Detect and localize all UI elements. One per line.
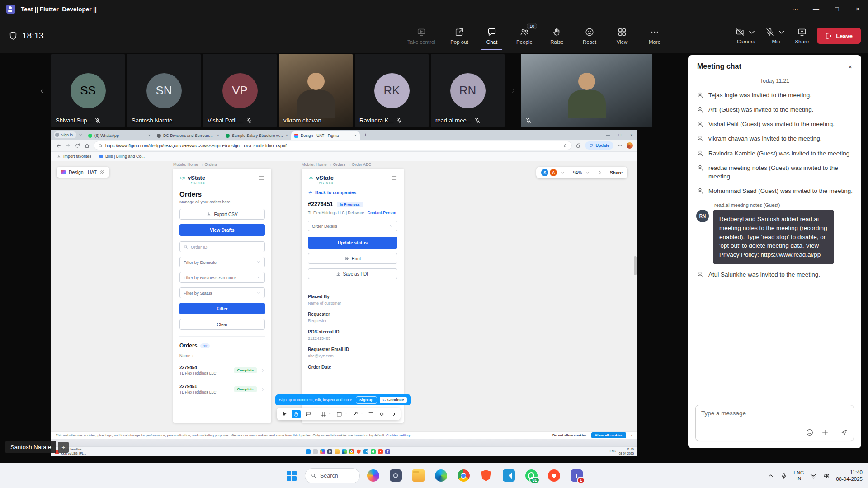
play-icon[interactable] — [598, 170, 602, 175]
figma-share-button[interactable]: Share — [610, 170, 623, 175]
toolbar-tab-view[interactable]: View — [606, 18, 638, 53]
toolbar-tab-people[interactable]: People10 — [508, 18, 541, 53]
cookie-settings-link[interactable]: Cookies settings — [386, 433, 411, 437]
toolbar-mic-button[interactable]: Mic — [765, 27, 787, 44]
zoom-in-button[interactable]: + — [58, 442, 69, 453]
zoom-level[interactable]: 94% — [573, 170, 582, 175]
figma-tool-cursor[interactable] — [281, 411, 288, 418]
order-details-select[interactable]: Order Details — [308, 221, 397, 231]
participant-tile[interactable]: SNSantosh Narate — [127, 54, 201, 127]
emoji-icon[interactable] — [806, 428, 814, 436]
taskbar-clock[interactable]: 11:40 08-04-2025 — [836, 469, 863, 483]
participants-scroll-left-button[interactable] — [35, 54, 49, 127]
url-bar[interactable]: https://www.figma.com/design/9BKQ0FOHRWa… — [94, 141, 572, 150]
figma-tool-hand[interactable] — [292, 410, 301, 418]
collaborator-avatar[interactable]: S — [541, 169, 548, 176]
browser-close-icon[interactable]: × — [626, 130, 637, 140]
order-row[interactable]: 2279451TL Flex Holdings LLCComplete — [179, 380, 265, 399]
taskbar-app-vscode[interactable] — [499, 466, 518, 485]
message-input[interactable]: Type a message — [695, 405, 854, 441]
figma-tool-shape[interactable] — [336, 411, 343, 418]
participants-scroll-right-button[interactable] — [507, 54, 519, 127]
view-drafts-button[interactable]: View Drafts — [179, 224, 265, 236]
forward-icon[interactable] — [65, 143, 71, 149]
send-icon[interactable] — [840, 428, 848, 436]
browser-tab[interactable]: (6) WhatsApp× — [85, 131, 154, 140]
filter-select[interactable]: Filter by Business Structure — [179, 272, 265, 283]
browser-tab[interactable]: DC Divisions and Surroundings× — [154, 131, 222, 140]
chat-close-icon[interactable]: × — [848, 63, 852, 70]
participant-tile[interactable]: RNread.ai mee... — [431, 54, 505, 127]
order-id-input[interactable]: Order ID — [179, 241, 265, 252]
hamburger-menu-icon[interactable] — [391, 175, 397, 181]
signup-button[interactable]: Sign up — [356, 396, 377, 404]
figma-tool-component[interactable] — [378, 411, 385, 418]
favorite-item[interactable]: Import favorites — [57, 154, 91, 159]
figma-tool-code[interactable] — [389, 411, 396, 418]
filter-button[interactable]: Filter — [179, 303, 265, 314]
camera-chevron-icon[interactable] — [747, 27, 757, 37]
start-button[interactable] — [282, 466, 301, 485]
name-column-header[interactable]: Name ↓ — [179, 353, 265, 361]
browser-maximize-icon[interactable]: □ — [614, 130, 626, 140]
browser-profile-chip[interactable]: Sign in — [54, 131, 76, 138]
browser-tab[interactable]: Sample Salary Structure with cal...× — [222, 131, 291, 140]
filter-select[interactable]: Filter by Status — [179, 287, 265, 298]
taskbar-app-opera[interactable] — [544, 466, 563, 485]
figma-tool-frame[interactable] — [320, 411, 327, 418]
cookie-close-icon[interactable]: × — [631, 433, 633, 438]
toolbar-tab-chat[interactable]: Chat — [476, 18, 508, 53]
taskbar-app-teams[interactable]: 1 — [567, 466, 586, 485]
participant-tile[interactable]: RKRavindra K... — [355, 54, 429, 127]
google-continue-button[interactable]: G Continue — [380, 397, 407, 403]
filter-select[interactable]: Filter by Domicile — [179, 257, 265, 267]
hidden-icons-chevron-icon[interactable] — [767, 472, 774, 479]
canvas-scrollbar[interactable] — [634, 256, 637, 275]
refresh-icon[interactable] — [75, 143, 80, 149]
participant-tile[interactable]: vikram chavan — [279, 54, 353, 127]
taskbar-app-brave[interactable] — [476, 466, 495, 485]
figma-tool-connector[interactable] — [352, 411, 359, 418]
browser-menu-icon[interactable] — [617, 143, 623, 149]
language-indicator[interactable]: ENG IN — [793, 470, 804, 481]
browser-update-button[interactable]: Update — [585, 141, 613, 150]
participant-tile[interactable]: SSShivani Sup... — [51, 54, 125, 127]
toolbar-tab-take-control[interactable]: Take control — [400, 18, 443, 53]
frame-label-right[interactable]: Mobile: Home → Orders → Order ABC — [302, 162, 372, 167]
chevron-down-icon[interactable] — [561, 170, 565, 175]
tab-search-icon[interactable] — [78, 132, 83, 137]
order-row[interactable]: 2279454TL Flex Holdings LLCComplete — [179, 361, 265, 380]
back-to-companies-link[interactable]: Back to companies — [308, 190, 397, 195]
figma-tool-comment[interactable] — [305, 411, 311, 418]
toolbar-tab-react[interactable]: React — [573, 18, 606, 53]
taskbar-app-whatsapp[interactable]: 81 — [522, 466, 541, 485]
tab-close-icon[interactable]: × — [217, 133, 219, 138]
taskbar-search[interactable]: Search — [305, 468, 360, 483]
browser-profile-avatar[interactable] — [627, 142, 633, 149]
taskbar-app-chrome[interactable] — [454, 466, 473, 485]
toolbar-tab-pop-out[interactable]: Pop out — [443, 18, 476, 53]
deny-cookies-button[interactable]: Do not allow cookies — [552, 433, 587, 437]
bookmark-star-icon[interactable] — [563, 143, 567, 148]
window-minimize-icon[interactable]: — — [806, 0, 826, 18]
collaborator-avatar[interactable]: A — [550, 169, 557, 176]
frame-label-left[interactable]: Mobile: Home → Orders — [173, 162, 217, 167]
clear-button[interactable]: Clear — [179, 319, 265, 330]
update-status-button[interactable]: Update status — [308, 237, 397, 249]
toolbar-tab-raise[interactable]: Raise — [541, 18, 573, 53]
browser-minimize-icon[interactable]: — — [602, 130, 614, 140]
figma-doc-chip[interactable]: Design - UAT — [57, 167, 109, 178]
hamburger-menu-icon[interactable] — [259, 175, 265, 181]
export-csv-button[interactable]: Export CSV — [179, 209, 265, 220]
browser-tab[interactable]: Design - UAT - Figma× — [291, 131, 360, 140]
attach-plus-icon[interactable] — [821, 428, 829, 436]
toolbar-tab-more[interactable]: More — [638, 18, 671, 53]
contact-person-link[interactable]: Contact-Person — [368, 211, 396, 215]
participant-tile[interactable]: VPVishal Patil ... — [203, 54, 277, 127]
new-tab-button[interactable]: + — [364, 132, 367, 138]
wifi-icon[interactable] — [810, 472, 817, 479]
window-menu-icon[interactable]: ··· — [785, 0, 806, 18]
leave-button[interactable]: Leave — [817, 28, 861, 44]
tab-close-icon[interactable]: × — [354, 133, 357, 138]
toolbar-camera-button[interactable]: Camera — [735, 27, 757, 44]
